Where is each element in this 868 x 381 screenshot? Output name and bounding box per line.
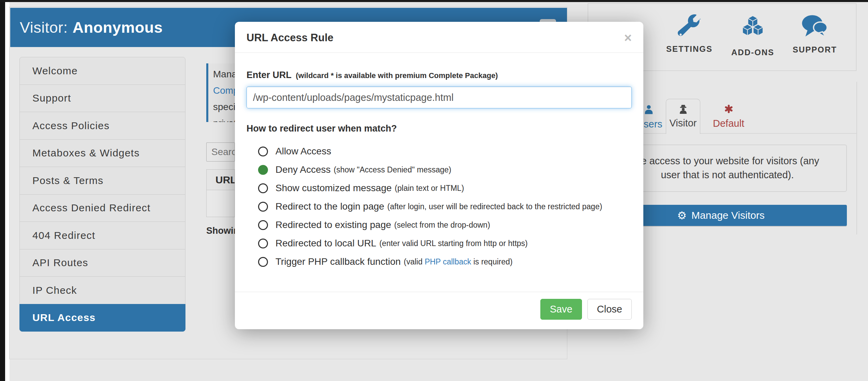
- radio-button[interactable]: [258, 202, 268, 212]
- redirect-question: How to redirect user when match?: [246, 123, 632, 134]
- radio-button[interactable]: [258, 147, 268, 156]
- radio-option-redirect-login-page[interactable]: Redirect to the login page (after login,…: [246, 197, 632, 216]
- enter-url-label: Enter URL: [246, 70, 291, 80]
- nav-support[interactable]: SUPPORT: [777, 14, 852, 55]
- complete-package-link-fragment[interactable]: Comp: [213, 82, 235, 99]
- radio-option-trigger-php-callback[interactable]: Trigger PHP callback function (valid PHP…: [246, 253, 632, 271]
- feature-nav: Welcome Support Access Policies Metaboxe…: [19, 57, 185, 332]
- modal-body: Enter URL (wildcard * is available with …: [235, 53, 643, 271]
- save-button[interactable]: Save: [540, 299, 582, 320]
- radio-button-selected[interactable]: [258, 165, 268, 175]
- php-callback-link[interactable]: PHP callback: [425, 257, 471, 266]
- user-secret-icon: [678, 104, 688, 115]
- tab-default[interactable]: Default: [706, 104, 751, 129]
- redirect-options: Allow Access Deny Access (show "Access D…: [246, 142, 632, 271]
- comments-icon: [801, 14, 829, 40]
- panel-right-border: [856, 82, 857, 234]
- top-chrome-bar: [0, 0, 868, 2]
- sidebar-item-ip-check[interactable]: IP Check: [19, 276, 185, 304]
- gear-icon: ⚙: [677, 209, 687, 222]
- page-title-subject: Anonymous: [73, 19, 163, 36]
- collapsed-admin-menu-strip: [0, 2, 5, 381]
- table-showing-status: Showing: [206, 226, 235, 237]
- sidebar-item-url-access[interactable]: URL Access: [19, 304, 185, 332]
- enter-url-hint: (wildcard * is available with premium Co…: [296, 71, 498, 80]
- url-table-empty-row: [206, 190, 235, 217]
- radio-button[interactable]: [258, 257, 268, 267]
- sidebar-item-welcome[interactable]: Welcome: [19, 57, 185, 85]
- radio-option-redirect-local-url[interactable]: Redirected to local URL (enter valid URL…: [246, 234, 632, 253]
- sidebar-item-access-denied-redirect[interactable]: Access Denied Redirect: [19, 194, 185, 222]
- page-title-prefix: Visitor:: [20, 19, 68, 36]
- radio-option-allow-access[interactable]: Allow Access: [246, 142, 632, 161]
- sidebar-item-posts-terms[interactable]: Posts & Terms: [19, 167, 185, 195]
- sidebar-item-api-routes[interactable]: API Routes: [19, 249, 185, 277]
- radio-button[interactable]: [258, 239, 268, 248]
- radio-option-show-customized-message[interactable]: Show customized message (plain text or H…: [246, 179, 632, 197]
- radio-button[interactable]: [258, 220, 268, 230]
- wrench-icon: [678, 14, 701, 39]
- enter-url-label-row: Enter URL (wildcard * is available with …: [246, 70, 632, 80]
- modal-header: URL Access Rule ×: [235, 22, 643, 53]
- aam-visitor-screen: Visitor: Anonymous Welcome Support Acces…: [0, 0, 868, 381]
- radio-button[interactable]: [258, 183, 268, 193]
- url-access-rule-modal: URL Access Rule × Enter URL (wildcard * …: [235, 22, 643, 329]
- close-button[interactable]: Close: [587, 299, 632, 320]
- tab-visitor[interactable]: Visitor: [666, 99, 700, 134]
- radio-option-redirect-existing-page[interactable]: Redirected to existing page (select from…: [246, 216, 632, 234]
- radio-option-deny-access[interactable]: Deny Access (show "Access Denied" messag…: [246, 161, 632, 179]
- info-callout-fragment: Mana Comp speci privat: [206, 63, 235, 122]
- url-table-header: URL: [206, 169, 235, 190]
- close-icon[interactable]: ×: [624, 31, 632, 44]
- modal-title: URL Access Rule: [246, 32, 333, 44]
- sidebar-item-metaboxes-widgets[interactable]: Metaboxes & Widgets: [19, 139, 185, 167]
- sidebar-item-404-redirect[interactable]: 404 Redirect: [19, 222, 185, 249]
- asterisk-icon: [724, 104, 733, 115]
- user-icon: [644, 104, 654, 116]
- sidebar-item-access-policies[interactable]: Access Policies: [19, 112, 185, 140]
- sidebar-item-support[interactable]: Support: [19, 85, 185, 112]
- tab-users[interactable]: sers: [644, 104, 664, 130]
- url-search-input[interactable]: [206, 142, 235, 162]
- modal-footer: Save Close: [235, 292, 643, 329]
- cubes-icon: [738, 14, 767, 42]
- url-input[interactable]: [246, 87, 632, 108]
